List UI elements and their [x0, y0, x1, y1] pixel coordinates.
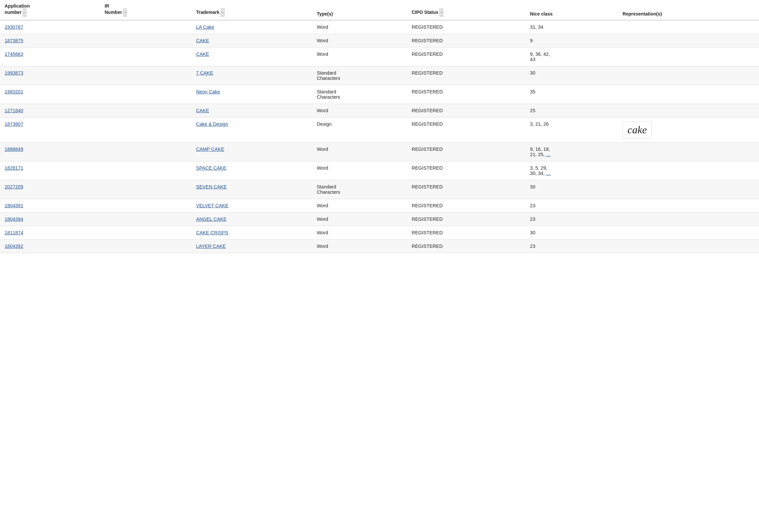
- ir-number-cell: [100, 48, 191, 66]
- app-number-link[interactable]: 1828171: [5, 165, 23, 171]
- app-number-link[interactable]: 1271840: [5, 108, 23, 113]
- ir-number-cell: [100, 34, 191, 48]
- trademark-link[interactable]: SPACE CAKE: [196, 165, 226, 171]
- app-number-link[interactable]: 1745663: [5, 52, 23, 57]
- sort-down-btn[interactable]: ↓: [221, 13, 224, 17]
- sort-up-btn[interactable]: ↑: [221, 9, 224, 13]
- cipo-status-cell: REGISTERED: [407, 143, 525, 161]
- cipo-status-cell: REGISTERED: [407, 199, 525, 213]
- sort-buttons[interactable]: ↑↓: [221, 9, 224, 17]
- representation-cell: [618, 20, 759, 34]
- trademark-cell: Cake & Design: [191, 117, 312, 143]
- ellipsis-link[interactable]: …: [546, 152, 551, 157]
- trademark-link[interactable]: CAKE: [196, 52, 209, 57]
- app-number-link[interactable]: 1873807: [5, 121, 23, 127]
- sort-down-btn[interactable]: ↓: [440, 13, 443, 17]
- table-row: 2027209SEVEN CAKEStandard CharactersREGI…: [0, 180, 759, 199]
- trademark-link[interactable]: Cake & Design: [196, 121, 228, 127]
- table-body: 1930767LA CakeWordREGISTERED31, 34187387…: [0, 20, 759, 253]
- sort-up-btn[interactable]: ↑: [123, 9, 127, 13]
- type-cell: Word: [312, 34, 407, 48]
- table-row: 19938737 CAKEStandard CharactersREGISTER…: [0, 66, 759, 85]
- sort-up-btn[interactable]: ↑: [440, 9, 443, 13]
- table-row: 1811874CAKE CRISPSWordREGISTERED30: [0, 226, 759, 240]
- column-label: Representation(s): [623, 11, 662, 17]
- trademark-link[interactable]: CAKE: [196, 108, 209, 113]
- type-cell: Standard Characters: [312, 66, 407, 85]
- type-cell: Word: [312, 213, 407, 226]
- trademark-cell: 7 CAKE: [191, 66, 312, 85]
- sort-down-btn[interactable]: ↓: [23, 13, 26, 17]
- trademark-link[interactable]: VELVET CAKE: [196, 203, 228, 208]
- trademark-cell: CAKE: [191, 104, 312, 117]
- app-number-link[interactable]: 1993873: [5, 70, 23, 76]
- app-number-link[interactable]: 1873875: [5, 38, 23, 43]
- app-number-link[interactable]: 1930767: [5, 24, 23, 30]
- nice-class-cell: 35: [525, 85, 618, 104]
- trademark-link[interactable]: CAKE CRISPS: [196, 230, 228, 235]
- trademark-link[interactable]: Neon Cake: [196, 89, 220, 94]
- app-number-link[interactable]: 1811874: [5, 230, 23, 235]
- cipo-status-cell: REGISTERED: [407, 104, 525, 117]
- nice-class-cell: 25: [525, 104, 618, 117]
- nice-class-cell: 30: [525, 180, 618, 199]
- cipo-status-cell: REGISTERED: [407, 226, 525, 240]
- column-header-app_number[interactable]: Applicationnumber↑↓: [0, 0, 100, 20]
- app-number-link[interactable]: 1804391: [5, 203, 23, 208]
- representation-cell: [618, 240, 759, 253]
- representation-cell: [618, 213, 759, 226]
- column-label: number: [5, 10, 21, 15]
- cipo-status-cell: REGISTERED: [407, 161, 525, 180]
- ellipsis-link[interactable]: …: [546, 171, 551, 176]
- table-row: 1804391VELVET CAKEWordREGISTERED23: [0, 199, 759, 213]
- trademark-cell: CAKE: [191, 34, 312, 48]
- app-number-cell: 1873807: [0, 117, 100, 143]
- app-number-cell: 1804394: [0, 213, 100, 226]
- ir-number-cell: [100, 213, 191, 226]
- type-cell: Standard Characters: [312, 180, 407, 199]
- ir-number-cell: [100, 85, 191, 104]
- trademark-link[interactable]: CAMP CAKE: [196, 146, 224, 152]
- app-number-link[interactable]: 1983201: [5, 89, 23, 94]
- sort-up-btn[interactable]: ↑: [23, 9, 26, 13]
- sort-buttons[interactable]: ↑↓: [440, 9, 443, 17]
- representation-cell: cake: [618, 117, 759, 143]
- app-number-cell: 1745663: [0, 48, 100, 66]
- ir-number-cell: [100, 66, 191, 85]
- trademark-link[interactable]: SEVEN CAKE: [196, 184, 227, 189]
- type-cell: Standard Characters: [312, 85, 407, 104]
- trademark-link[interactable]: ANGEL CAKE: [196, 217, 226, 222]
- sort-buttons[interactable]: ↑↓: [23, 9, 26, 17]
- nice-class-cell: 9, 36, 42, 43: [525, 48, 618, 66]
- results-table: Applicationnumber↑↓IRNumber↑↓Trademark↑↓…: [0, 0, 759, 253]
- table-row: 1745663CAKEWordREGISTERED9, 36, 42, 43: [0, 48, 759, 66]
- ir-number-cell: [100, 20, 191, 34]
- app-number-link[interactable]: 1888849: [5, 146, 23, 152]
- trademark-link[interactable]: LAYER CAKE: [196, 244, 226, 249]
- app-number-cell: 2027209: [0, 180, 100, 199]
- table-row: 1271840CAKEWordREGISTERED25: [0, 104, 759, 117]
- app-number-cell: 1888849: [0, 143, 100, 161]
- app-number-link[interactable]: 2027209: [5, 184, 23, 189]
- column-header-cipo_status[interactable]: CIPO Status↑↓: [407, 0, 525, 20]
- trademark-cell: SEVEN CAKE: [191, 180, 312, 199]
- trademark-cell: CAKE: [191, 48, 312, 66]
- nice-class-cell: 23: [525, 213, 618, 226]
- type-cell: Word: [312, 143, 407, 161]
- ir-number-cell: [100, 199, 191, 213]
- table-row: 1983201Neon CakeStandard CharactersREGIS…: [0, 85, 759, 104]
- column-header-trademark[interactable]: Trademark↑↓: [191, 0, 312, 20]
- app-number-link[interactable]: 1804394: [5, 217, 23, 222]
- type-cell: Word: [312, 104, 407, 117]
- sort-buttons[interactable]: ↑↓: [123, 9, 127, 17]
- table-row: 1828171SPACE CAKEWordREGISTERED3, 5, 29,…: [0, 161, 759, 180]
- nice-class-cell: 30: [525, 66, 618, 85]
- app-number-link[interactable]: 1804392: [5, 244, 23, 249]
- column-header-types: Type(s): [312, 0, 407, 20]
- column-header-ir_number[interactable]: IRNumber↑↓: [100, 0, 191, 20]
- trademark-cell: CAKE CRISPS: [191, 226, 312, 240]
- trademark-link[interactable]: LA Cake: [196, 24, 214, 30]
- sort-down-btn[interactable]: ↓: [123, 13, 127, 17]
- trademark-link[interactable]: CAKE: [196, 38, 209, 43]
- trademark-link[interactable]: 7 CAKE: [196, 70, 213, 76]
